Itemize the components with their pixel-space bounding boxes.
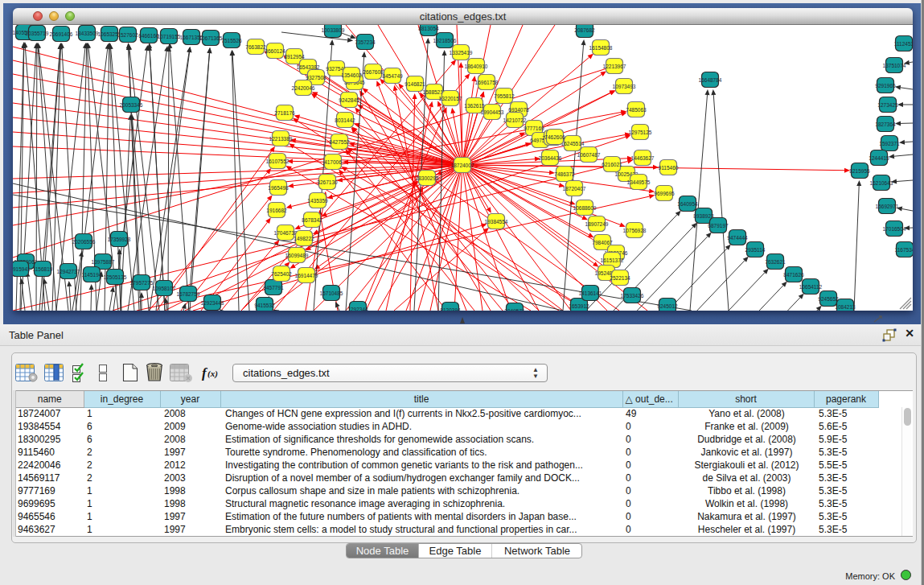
svg-text:1916682: 1916682	[266, 208, 287, 213]
svg-text:17957275: 17957275	[130, 280, 154, 286]
svg-text:10958107: 10958107	[153, 286, 176, 291]
svg-text:13751074: 13751074	[883, 63, 906, 68]
svg-text:7357234: 7357234	[355, 39, 376, 45]
svg-text:9245012: 9245012	[657, 303, 678, 309]
svg-text:417006: 417006	[324, 159, 342, 165]
svg-text:8912954: 8912954	[284, 54, 305, 60]
svg-text:17046738: 17046738	[274, 230, 298, 236]
svg-text:13220157: 13220157	[439, 96, 462, 101]
svg-text:18300295: 18300295	[416, 175, 439, 181]
svg-text:1498222: 1498222	[294, 236, 314, 241]
svg-text:10688609: 10688609	[573, 205, 597, 211]
svg-text:10719155: 10719155	[158, 34, 181, 39]
svg-text:18640910: 18640910	[465, 64, 488, 69]
svg-text:20364436: 20364436	[539, 155, 562, 161]
svg-text:10756928: 10756928	[623, 228, 647, 233]
svg-text:19904453: 19904453	[481, 109, 504, 115]
svg-text:7663822: 7663822	[245, 44, 266, 50]
svg-text:12213389: 12213389	[269, 136, 293, 142]
svg-text:7462606: 7462606	[544, 134, 565, 140]
svg-text:7632621: 7632621	[765, 259, 786, 265]
svg-text:7955812: 7955812	[494, 93, 515, 99]
svg-text:1435359: 1435359	[307, 198, 328, 204]
svg-text:15692971: 15692971	[876, 204, 899, 209]
svg-text:16245514: 16245514	[561, 141, 585, 146]
svg-text:13975887: 13975887	[92, 259, 115, 265]
svg-text:9474444: 9474444	[727, 235, 748, 241]
svg-text:1112453: 1112453	[894, 41, 913, 47]
svg-text:9146821: 9146821	[405, 81, 425, 87]
svg-text:8454749: 8454749	[382, 73, 403, 79]
svg-text:8215955: 8215955	[849, 168, 870, 174]
svg-text:8427552: 8427552	[329, 139, 350, 145]
svg-text:18720407: 18720407	[563, 186, 586, 192]
svg-text:1292344: 1292344	[347, 307, 368, 311]
svg-text:8120394: 8120394	[440, 307, 461, 311]
svg-text:8813054: 8813054	[418, 26, 439, 31]
svg-text:10973493: 10973493	[613, 84, 636, 89]
svg-text:8471626: 8471626	[783, 272, 804, 278]
svg-text:1167534: 1167534	[895, 247, 913, 253]
svg-text:12923448: 12923448	[201, 300, 224, 306]
svg-text:13449575: 13449575	[627, 179, 651, 185]
svg-text:16107552: 16107552	[266, 159, 290, 164]
svg-text:7485063: 7485063	[626, 107, 647, 113]
svg-text:20355719: 20355719	[26, 31, 49, 36]
svg-text:2935114: 2935114	[745, 247, 766, 253]
svg-text:19218506: 19218506	[433, 38, 457, 43]
svg-text:13325419: 13325419	[450, 50, 473, 56]
svg-text:19384554: 19384554	[485, 219, 508, 225]
svg-text:17359928: 17359928	[108, 237, 131, 242]
svg-text:16914479: 16914479	[295, 273, 318, 278]
svg-text:7984067: 7984067	[592, 240, 613, 245]
svg-text:8660124: 8660124	[265, 48, 285, 54]
svg-text:16151372: 16151372	[601, 257, 624, 263]
svg-text:14463627: 14463627	[631, 155, 655, 161]
svg-text:1827364: 1827364	[875, 122, 896, 127]
svg-text:9291965: 9291965	[875, 83, 896, 89]
svg-text:(x): (x)	[207, 369, 218, 379]
svg-text:9327508: 9327508	[306, 75, 326, 80]
svg-text:3267130: 3267130	[317, 179, 338, 185]
svg-text:1244415: 1244415	[869, 155, 889, 161]
svg-text:6934078: 6934078	[508, 107, 529, 113]
svg-text:1362615: 1362615	[464, 103, 485, 109]
svg-text:1965498: 1965498	[268, 185, 289, 191]
svg-text:7625402: 7625402	[271, 271, 292, 277]
svg-text:10654112: 10654112	[799, 284, 823, 290]
svg-text:7486372: 7486372	[554, 171, 575, 177]
svg-text:12942737: 12942737	[57, 269, 80, 274]
svg-text:16099489: 16099489	[285, 253, 309, 258]
svg-text:16648784: 16648784	[699, 77, 722, 83]
svg-text:16543382: 16543382	[297, 64, 320, 70]
svg-text:20691406: 20691406	[50, 31, 73, 37]
svg-text:1273425: 1273425	[877, 102, 898, 108]
svg-text:1527602: 1527602	[117, 32, 138, 38]
svg-text:8031442: 8031442	[335, 117, 355, 123]
svg-text:10607487: 10607487	[577, 152, 601, 158]
svg-text:9415532: 9415532	[254, 303, 275, 308]
svg-text:1156819: 1156819	[33, 266, 53, 272]
svg-text:2667608: 2667608	[363, 69, 384, 75]
svg-text:9115460: 9115460	[659, 165, 679, 171]
svg-text:15710485: 15710485	[320, 290, 343, 296]
svg-text:16961758: 16961758	[475, 80, 499, 85]
svg-text:12975125: 12975125	[629, 130, 652, 135]
svg-text:1145194: 1145194	[82, 272, 102, 278]
svg-text:12213967: 12213967	[603, 64, 626, 69]
svg-text:20053346: 20053346	[120, 102, 143, 108]
svg-text:1653912: 1653912	[569, 303, 589, 309]
svg-text:9245652: 9245652	[818, 296, 839, 302]
svg-text:16782759: 16782759	[177, 291, 200, 297]
svg-text:18724007: 18724007	[451, 163, 474, 168]
svg-text:9457791: 9457791	[263, 285, 284, 290]
svg-text:8678342: 8678342	[302, 217, 322, 223]
svg-text:14136141: 14136141	[579, 290, 602, 296]
svg-text:10033809: 10033809	[322, 27, 345, 33]
svg-text:10671365: 10671365	[199, 35, 223, 41]
svg-text:6879197: 6879197	[708, 223, 729, 229]
svg-text:2718176: 2718176	[274, 110, 295, 116]
svg-text:9777169: 9777169	[524, 126, 544, 131]
svg-text:22420046: 22420046	[292, 85, 315, 91]
svg-text:6216021: 6216021	[602, 162, 622, 167]
